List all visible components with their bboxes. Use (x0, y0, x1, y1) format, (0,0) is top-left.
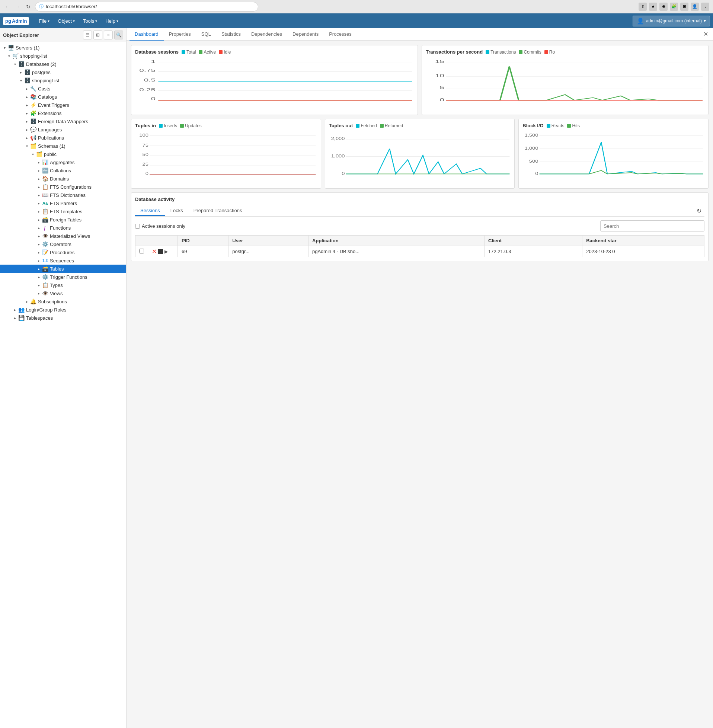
tree-item-casts[interactable]: 🔧 Casts (0, 85, 126, 92)
toggle-domains[interactable] (36, 176, 42, 182)
browser-icon-4[interactable]: 🧩 (670, 3, 678, 11)
toggle-catalogs[interactable] (24, 94, 30, 100)
toggle-fdw[interactable] (24, 118, 30, 124)
toggle-procedures[interactable] (36, 249, 42, 255)
tree-item-functions[interactable]: ƒ Functions (0, 224, 126, 232)
tree-item-public[interactable]: 🗂️ public (0, 150, 126, 158)
search-btn[interactable]: 🔍 (114, 30, 123, 39)
toggle-event-triggers[interactable] (24, 102, 30, 108)
tree-item-sequences[interactable]: 1.3 Sequences (0, 257, 126, 265)
toggle-fts-configurations[interactable] (36, 184, 42, 190)
toggle-fts-templates[interactable] (36, 209, 42, 214)
toggle-aggregates[interactable] (36, 159, 42, 165)
terminate-button[interactable]: ✕ (152, 248, 157, 255)
activity-tab-prepared-tx[interactable]: Prepared Transactions (188, 206, 248, 216)
tree-item-servers[interactable]: 🖥️ Servers (1) (0, 43, 126, 52)
toggle-servers[interactable] (1, 45, 7, 51)
tree-item-shoppingList[interactable]: 🗄️ shoppingList (0, 76, 126, 85)
tree-item-subscriptions[interactable]: 🔔 Subscriptions (0, 297, 126, 306)
tab-dashboard[interactable]: Dashboard (130, 28, 164, 40)
tree-item-operators[interactable]: ⚙️ Operators (0, 240, 126, 248)
menu-tools[interactable]: Tools ▾ (79, 16, 101, 26)
tree-item-collations[interactable]: 🔤 Collations (0, 166, 126, 175)
forward-button[interactable]: → (14, 3, 22, 10)
tree-item-catalogs[interactable]: 📚 Catalogs (0, 92, 126, 101)
search-input[interactable] (600, 220, 704, 231)
menu-help[interactable]: Help ▾ (101, 16, 122, 26)
browser-menu[interactable]: ⋮ (701, 3, 709, 11)
active-sessions-checkbox-label[interactable]: Active sessions only (135, 223, 185, 229)
tree-item-foreign-tables[interactable]: 🗃️ Foreign Tables (0, 215, 126, 224)
user-badge[interactable]: 👤 admin@gmail.com (internal) ▾ (632, 16, 710, 27)
stop-button[interactable] (158, 249, 163, 254)
view-grid-btn[interactable]: ⊞ (93, 30, 102, 39)
tree-item-fts-dictionaries[interactable]: 📖 FTS Dictionaries (0, 191, 126, 199)
tree-item-postgres[interactable]: 🗄️ postgres (0, 68, 126, 76)
tab-properties[interactable]: Properties (164, 28, 196, 40)
toggle-views[interactable] (36, 290, 42, 296)
toggle-foreign-tables[interactable] (36, 216, 42, 222)
toggle-publications[interactable] (24, 135, 30, 141)
browser-icon-3[interactable]: ⊕ (659, 3, 668, 11)
tab-processes[interactable]: Processes (324, 28, 357, 40)
toggle-operators[interactable] (36, 241, 42, 247)
tree-item-event-triggers[interactable]: ⚡ Event Triggers (0, 101, 126, 109)
tree-item-schemas[interactable]: 🗂️ Schemas (1) (0, 142, 126, 150)
tree-item-login-roles[interactable]: 👥 Login/Group Roles (0, 306, 126, 314)
browser-icon-5[interactable]: ⊞ (680, 3, 688, 11)
tree-item-domains[interactable]: 🏠 Domains (0, 175, 126, 183)
toggle-languages[interactable] (24, 127, 30, 133)
refresh-button[interactable]: ↻ (693, 205, 704, 216)
tree-item-shopping-list[interactable]: 🛒 shopping-list (0, 52, 126, 60)
menu-object[interactable]: Object ▾ (54, 16, 79, 26)
toggle-login-roles[interactable] (12, 307, 18, 313)
browser-icon-6[interactable]: 👤 (691, 3, 699, 11)
row-checkbox[interactable] (139, 249, 144, 254)
tree-item-types[interactable]: 📋 Types (0, 281, 126, 289)
browser-icon-2[interactable]: ★ (649, 3, 657, 11)
view-detail-btn[interactable]: ≡ (104, 30, 113, 39)
toggle-tablespaces[interactable] (12, 315, 18, 321)
view-list-btn[interactable]: ☰ (83, 30, 92, 39)
toggle-functions[interactable] (36, 225, 42, 231)
tab-dependencies[interactable]: Dependencies (246, 28, 287, 40)
row-checkbox-cell[interactable] (136, 246, 148, 257)
toggle-postgres[interactable] (18, 69, 24, 75)
tree-item-languages[interactable]: 💬 Languages (0, 125, 126, 134)
toggle-shopping-list[interactable] (6, 53, 12, 59)
menu-file[interactable]: File ▾ (35, 16, 53, 26)
tree-item-tables[interactable]: 🗃️ Tables (0, 265, 126, 273)
tab-sql[interactable]: SQL (196, 28, 216, 40)
tree-item-procedures[interactable]: 📝 Procedures (0, 248, 126, 257)
active-sessions-checkbox[interactable] (135, 224, 140, 228)
back-button[interactable]: ← (4, 3, 11, 10)
toggle-tables[interactable] (36, 266, 42, 272)
toggle-sequences[interactable] (36, 258, 42, 264)
activity-tab-locks[interactable]: Locks (165, 206, 188, 216)
tree-item-publications[interactable]: 📢 Publications (0, 134, 126, 142)
toggle-databases[interactable] (12, 61, 18, 67)
url-bar[interactable]: ⓘ localhost:5050/browser/ (35, 2, 258, 12)
toggle-casts[interactable] (24, 86, 30, 91)
tree-item-fts-templates[interactable]: 📋 FTS Templates (0, 207, 126, 215)
toggle-public[interactable] (30, 151, 36, 157)
toggle-types[interactable] (36, 282, 42, 288)
tree-item-fts-parsers[interactable]: Aa FTS Parsers (0, 199, 126, 207)
activity-tab-sessions[interactable]: Sessions (135, 206, 165, 216)
tree-item-trigger-functions[interactable]: ⚙️ Trigger Functions (0, 273, 126, 281)
tab-dependents[interactable]: Dependents (287, 28, 324, 40)
toggle-schemas[interactable] (24, 143, 30, 149)
tree-item-aggregates[interactable]: 📊 Aggregates (0, 158, 126, 166)
tree-item-fdw[interactable]: 🗄️ Foreign Data Wrappers (0, 117, 126, 125)
reload-button[interactable]: ↻ (25, 3, 32, 10)
toggle-shoppingList[interactable] (18, 78, 24, 84)
panel-close-button[interactable]: ✕ (701, 30, 710, 39)
tree-item-materialized-views[interactable]: 👁️ Materialized Views (0, 232, 126, 240)
toggle-fts-parsers[interactable] (36, 200, 42, 206)
toggle-extensions[interactable] (24, 110, 30, 116)
browser-icon-1[interactable]: ⇧ (638, 3, 647, 11)
toggle-fts-dictionaries[interactable] (36, 192, 42, 198)
resume-button[interactable]: ▶ (164, 249, 168, 254)
toggle-trigger-functions[interactable] (36, 274, 42, 280)
tree-item-tablespaces[interactable]: 💾 Tablespaces (0, 314, 126, 322)
